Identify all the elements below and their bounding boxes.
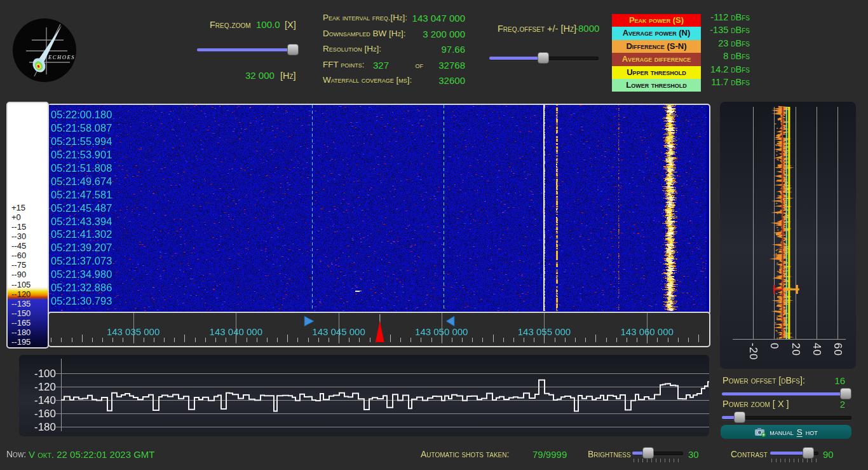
db-scale-label: --150: [11, 308, 31, 318]
legend-value: -135 dBfs: [696, 24, 750, 36]
power-zoom-slider-handle[interactable]: [734, 411, 745, 423]
logo-text: ECHOES: [48, 54, 75, 60]
info-row-mid-label: of: [416, 60, 424, 70]
db-scale-label: +15: [11, 203, 25, 212]
power-spectrum-canvas: [19, 355, 709, 436]
db-scale-label: --90: [11, 270, 26, 279]
camera-icon: [754, 427, 766, 437]
legend-button-upper-threshold[interactable]: Upper threshold: [612, 66, 701, 79]
info-row-label: Resolution [Hz]:: [323, 44, 381, 53]
ruler-markers: [49, 313, 707, 343]
power-axis-label: -140: [20, 394, 56, 407]
power-zoom-label: Power zoom [ X ]: [722, 399, 789, 409]
db-scale-label: --105: [11, 280, 31, 289]
info-row: Waterfall coverage [ms]:32600: [323, 75, 465, 91]
freq-offset-label: Freq.offset +/- [Hz]: [498, 24, 576, 34]
db-scale-label: --30: [11, 232, 26, 241]
brightness-value: 30: [688, 449, 699, 460]
contrast-label: Contrast: [731, 449, 768, 459]
power-axis-label: -180: [20, 421, 56, 434]
difference-axis-label: 40: [810, 343, 823, 356]
power-offset-slider-fill: [722, 392, 845, 396]
db-scale-label: +0: [11, 212, 21, 222]
info-row: Resolution [Hz]:97.66: [323, 44, 465, 60]
freq-zoom-unit: [X]: [285, 20, 296, 30]
waterfall-canvas[interactable]: [49, 105, 707, 311]
db-scale-label: --120: [11, 289, 31, 299]
db-scale-label: --165: [11, 318, 31, 328]
info-row: FFT points:327of32768: [323, 60, 465, 76]
freq-zoom-slider[interactable]: [197, 44, 297, 55]
brightness-slider[interactable]: [632, 447, 683, 458]
contrast-slider[interactable]: [770, 447, 818, 458]
trace-legend: Peak power (S)Average power (N)Differenc…: [612, 14, 701, 92]
manual-shot-label-prefix: manual: [770, 427, 794, 437]
freq-zoom-label: Freq.zoom: [210, 20, 251, 30]
power-zoom-slider[interactable]: [722, 411, 851, 422]
trace-current-values: -112 dBfs-135 dBfs23 dBfs8 dBfs14.2 dBfs…: [696, 11, 750, 88]
info-row-label: Waterfall coverage [ms]:: [323, 75, 412, 85]
legend-value: 11.7 dBfs: [696, 76, 750, 88]
power-axis-label: -100: [20, 368, 56, 380]
freq-offset-slider[interactable]: [489, 52, 599, 63]
interval-start-arrow[interactable]: [304, 316, 314, 326]
info-row-label: Downsampled BW [Hz]:: [323, 29, 406, 38]
power-zoom-value: 2: [807, 399, 845, 410]
legend-value: 23 dBfs: [696, 37, 750, 50]
power-offset-slider[interactable]: [722, 388, 851, 399]
echoes-main-window: ECHOES Freq.zoom 100.0 [X] 32 000 [Hz] P…: [0, 0, 868, 470]
info-row-value2: 32768: [438, 60, 465, 71]
difference-spectrum-panel: -200204060: [720, 102, 856, 369]
db-scale-label: --75: [11, 260, 26, 270]
info-row-label: Peak interval freq.[Hz]:: [323, 13, 407, 22]
legend-button-average-power-n[interactable]: Average power (N): [612, 27, 701, 39]
manual-shot-label-key: S: [797, 427, 803, 437]
manual-shot-button[interactable]: manual Shot: [721, 425, 851, 439]
power-offset-label: Power offset [dBfs]:: [722, 375, 805, 385]
legend-button-average-difference[interactable]: Average difference: [612, 53, 701, 66]
db-scale-label: --45: [11, 241, 26, 251]
legend-value: -112 dBfs: [696, 11, 750, 24]
info-row-value: 32600: [438, 75, 465, 86]
difference-axis-label: -20: [747, 343, 759, 361]
freq-offset-slider-fill: [489, 57, 543, 60]
legend-value: 8 dBfs: [696, 50, 750, 62]
info-row-label: FFT points:: [323, 60, 365, 69]
now-value: V окт. 22 05:22:01 2023 GMT: [29, 449, 154, 460]
db-scale-label: --195: [11, 337, 31, 347]
shots-taken-value: 79/9999: [532, 449, 567, 460]
freq-zoom-slider-handle[interactable]: [287, 44, 299, 55]
brightness-slider-handle[interactable]: [642, 447, 654, 459]
waterfall-display[interactable]: 05:22:00.18005:21:58.08705:21:55.99405:2…: [48, 104, 710, 315]
power-axis-label: -120: [20, 381, 56, 394]
contrast-value: 90: [823, 449, 834, 460]
interval-end-arrow[interactable]: [446, 316, 454, 326]
contrast-slider-handle[interactable]: [803, 447, 814, 459]
acquisition-info-panel: Peak interval freq.[Hz]:143 047 000Downs…: [323, 13, 465, 91]
legend-button-peak-power-s[interactable]: Peak power (S): [612, 14, 701, 27]
info-row-value: 327: [373, 60, 389, 71]
db-scale-label: --135: [11, 299, 31, 308]
db-color-scale: +15+0--15--30--45--60--75--90--105--120-…: [6, 102, 49, 349]
now-label: Now:: [6, 449, 26, 459]
difference-axis-label: 20: [789, 343, 802, 356]
info-row-value: 97.66: [441, 44, 465, 55]
freq-offset-slider-handle[interactable]: [538, 52, 549, 64]
freq-zoom-slider-fill: [197, 48, 294, 52]
legend-button-difference-s-n[interactable]: Difference (S-N): [612, 40, 701, 53]
freq-span-unit: [Hz]: [280, 71, 296, 81]
info-row-value: 3 200 000: [423, 29, 465, 39]
info-row: Peak interval freq.[Hz]:143 047 000: [323, 13, 465, 29]
power-offset-value: 16: [807, 375, 845, 386]
echoes-logo-image: ECHOES: [13, 18, 76, 82]
db-scale-label: --15: [11, 222, 26, 232]
peak-marker: [376, 321, 384, 342]
echoes-logo: ECHOES: [13, 18, 76, 82]
frequency-ruler[interactable]: 143 035 000143 040 000143 045 000143 050…: [48, 312, 710, 347]
freq-zoom-value: 100.0: [256, 19, 280, 30]
freq-span-value: 32 000: [245, 70, 275, 81]
power-offset-slider-handle[interactable]: [840, 388, 851, 399]
info-row-value: 143 047 000: [412, 13, 465, 24]
legend-button-lower-threshold[interactable]: Lower threshold: [612, 79, 701, 92]
freq-offset-value: -8000: [575, 23, 599, 34]
